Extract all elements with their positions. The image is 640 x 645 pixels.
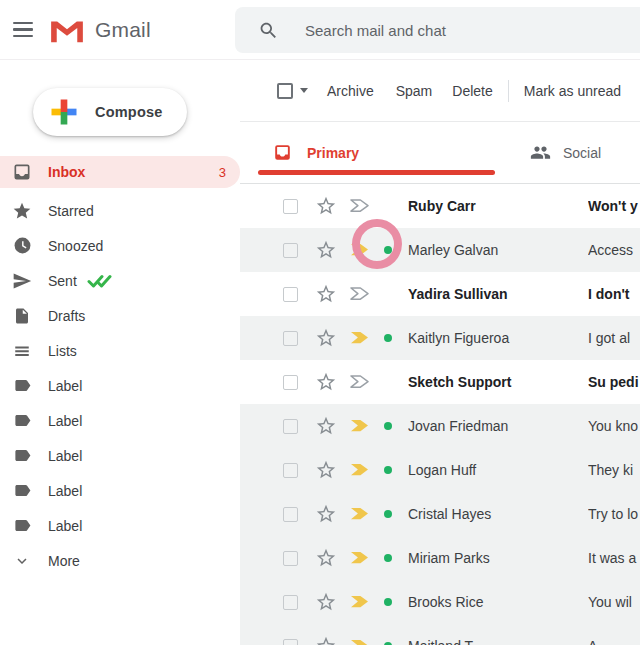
importance-marker-icon[interactable] — [350, 551, 370, 565]
importance-marker-icon[interactable] — [350, 331, 370, 345]
sidebar-item-label-1[interactable]: Label — [0, 368, 240, 403]
sidebar-item-label: Inbox — [48, 164, 85, 180]
email-checkbox[interactable] — [283, 551, 298, 566]
importance-marker-icon[interactable] — [350, 639, 370, 645]
sidebar-item-label-2[interactable]: Label — [0, 403, 240, 438]
label-icon — [12, 481, 32, 501]
email-checkbox[interactable] — [283, 199, 298, 214]
email-sender: Cristal Hayes — [408, 506, 588, 522]
star-icon[interactable] — [315, 239, 337, 261]
email-row[interactable]: Logan Huff They ki — [240, 448, 640, 492]
online-status-dot — [384, 466, 392, 474]
importance-marker-icon[interactable] — [350, 595, 370, 609]
star-icon[interactable] — [315, 591, 337, 613]
sidebar-item-label: Label — [48, 448, 82, 464]
email-sender: Brooks Rice — [408, 594, 588, 610]
tab-social[interactable]: Social — [530, 122, 601, 183]
importance-marker-icon[interactable] — [350, 287, 370, 301]
email-row[interactable]: Kaitlyn Figueroa I got al — [240, 316, 640, 360]
hamburger-menu-icon[interactable] — [4, 11, 42, 49]
email-row[interactable]: Sketch Support Su pedi — [240, 360, 640, 404]
email-checkbox[interactable] — [283, 595, 298, 610]
plus-multicolor-icon — [49, 97, 79, 127]
star-icon[interactable] — [315, 415, 337, 437]
sidebar-item-starred[interactable]: Starred — [0, 193, 240, 228]
email-checkbox[interactable] — [283, 419, 298, 434]
email-checkbox[interactable] — [283, 507, 298, 522]
email-checkbox[interactable] — [283, 463, 298, 478]
mark-as-unread-button[interactable]: Mark as unread — [524, 83, 621, 99]
star-icon[interactable] — [315, 547, 337, 569]
email-snippet: You kno — [588, 418, 640, 434]
spam-button[interactable]: Spam — [396, 83, 433, 99]
label-icon — [12, 516, 32, 536]
email-row[interactable]: Jovan Friedman You kno — [240, 404, 640, 448]
star-icon — [12, 201, 32, 221]
sidebar-item-more[interactable]: More — [0, 543, 240, 578]
email-checkbox[interactable] — [283, 639, 298, 645]
select-all-checkbox[interactable] — [277, 83, 293, 99]
gmail-logo-icon — [48, 16, 86, 44]
email-row[interactable]: Brooks Rice You wil — [240, 580, 640, 624]
sidebar-item-label-3[interactable]: Label — [0, 438, 240, 473]
importance-marker-icon[interactable] — [350, 419, 370, 433]
star-icon[interactable] — [315, 283, 337, 305]
star-icon[interactable] — [315, 503, 337, 525]
email-snippet: Won't y — [588, 198, 640, 214]
sidebar-item-label: Lists — [48, 343, 77, 359]
sidebar-item-inbox[interactable]: Inbox 3 — [0, 156, 240, 188]
inbox-tabs: Primary Social — [240, 122, 640, 184]
importance-marker-icon[interactable] — [350, 243, 370, 257]
importance-marker-icon[interactable] — [350, 375, 370, 389]
label-icon — [12, 376, 32, 396]
email-sender: Maitland T — [408, 638, 588, 645]
sidebar-item-drafts[interactable]: Drafts — [0, 298, 240, 333]
sidebar-item-label-5[interactable]: Label — [0, 508, 240, 543]
email-row[interactable]: Marley Galvan Access — [240, 228, 640, 272]
email-sender: Sketch Support — [408, 374, 588, 390]
toolbar-divider — [508, 80, 509, 102]
search-icon — [258, 20, 279, 41]
sidebar-item-label: Label — [48, 413, 82, 429]
mail-content: Archive Spam Delete Mark as unread Prima… — [240, 60, 640, 645]
star-icon[interactable] — [315, 635, 337, 645]
email-snippet: A — [588, 638, 640, 645]
email-checkbox[interactable] — [283, 375, 298, 390]
email-snippet: Try to lo — [588, 506, 640, 522]
delete-button[interactable]: Delete — [452, 83, 492, 99]
email-sender: Ruby Carr — [408, 198, 588, 214]
double-check-icon — [87, 273, 113, 288]
email-snippet: Su pedi — [588, 374, 640, 390]
star-icon[interactable] — [315, 371, 337, 393]
clock-icon — [12, 236, 32, 256]
compose-label: Compose — [95, 104, 162, 120]
sidebar-item-label-4[interactable]: Label — [0, 473, 240, 508]
importance-marker-icon[interactable] — [350, 199, 370, 213]
sidebar-item-lists[interactable]: Lists — [0, 333, 240, 368]
importance-marker-icon[interactable] — [350, 507, 370, 521]
search-input[interactable]: Search mail and chat — [235, 7, 640, 53]
email-checkbox[interactable] — [283, 287, 298, 302]
email-row[interactable]: Yadira Sullivan I don't — [240, 272, 640, 316]
online-status-dot — [384, 554, 392, 562]
star-icon[interactable] — [315, 327, 337, 349]
email-row[interactable]: Cristal Hayes Try to lo — [240, 492, 640, 536]
sidebar-item-label: Label — [48, 483, 82, 499]
email-row[interactable]: Ruby Carr Won't y — [240, 184, 640, 228]
sidebar-item-snoozed[interactable]: Sent Snoozed — [0, 228, 240, 263]
sidebar-item-sent[interactable]: Sent — [0, 263, 240, 298]
email-snippet: It was a — [588, 550, 640, 566]
list-lines-icon — [12, 341, 32, 361]
select-dropdown-caret[interactable] — [300, 88, 308, 93]
email-row[interactable]: Maitland T A — [240, 624, 640, 645]
tab-primary[interactable]: Primary — [258, 122, 495, 183]
email-checkbox[interactable] — [283, 243, 298, 258]
email-checkbox[interactable] — [283, 331, 298, 346]
compose-button[interactable]: Compose — [33, 88, 187, 136]
chevron-down-icon — [12, 551, 32, 571]
email-row[interactable]: Miriam Parks It was a — [240, 536, 640, 580]
archive-button[interactable]: Archive — [327, 83, 374, 99]
star-icon[interactable] — [315, 459, 337, 481]
importance-marker-icon[interactable] — [350, 463, 370, 477]
star-icon[interactable] — [315, 195, 337, 217]
